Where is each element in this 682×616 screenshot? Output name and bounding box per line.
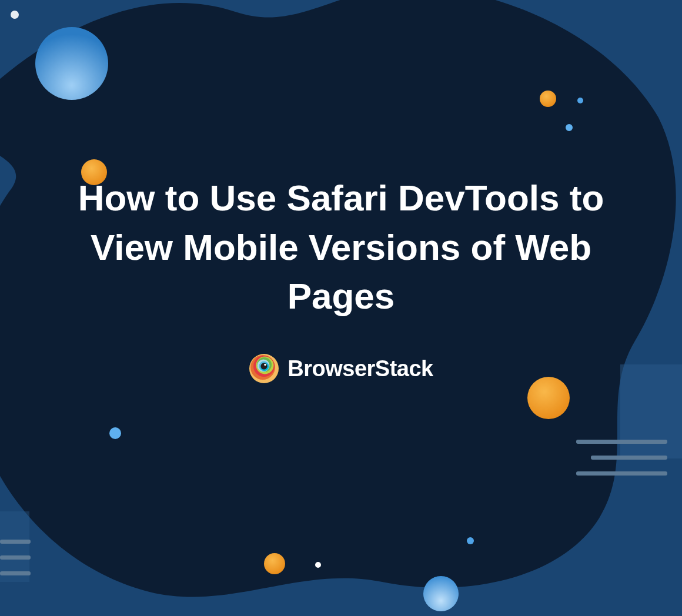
svg-point-29 bbox=[264, 364, 266, 366]
browserstack-logo-icon bbox=[249, 353, 279, 384]
promo-graphic: How to Use Safari DevTools to View Mobil… bbox=[0, 0, 682, 616]
svg-point-28 bbox=[261, 363, 268, 370]
headline-text: How to Use Safari DevTools to View Mobil… bbox=[71, 173, 611, 321]
content-layer: How to Use Safari DevTools to View Mobil… bbox=[0, 0, 682, 616]
brand-name-text: BrowserStack bbox=[287, 356, 433, 381]
brand-row: BrowserStack bbox=[249, 353, 433, 384]
